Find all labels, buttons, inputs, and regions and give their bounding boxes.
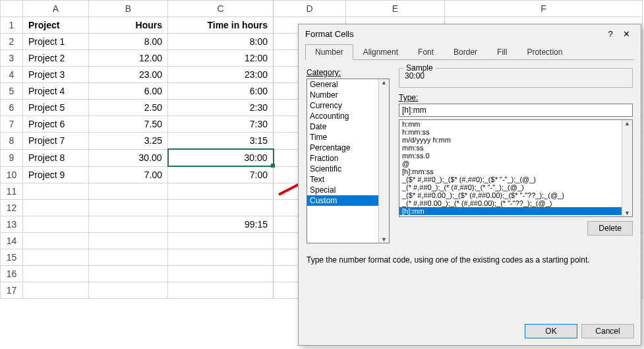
list-item[interactable]: [h]:mm:ss xyxy=(399,168,632,175)
cell[interactable]: 3.25 xyxy=(89,133,168,150)
cell[interactable]: 6.00 xyxy=(89,83,168,100)
col-header-B[interactable]: B xyxy=(89,1,168,17)
list-item[interactable]: _($* #,##0.00_);_($* (#,##0.00);_($* "-"… xyxy=(399,191,632,199)
cell[interactable]: Project 8 xyxy=(23,149,89,166)
row-header[interactable]: 17 xyxy=(1,282,23,299)
list-item[interactable]: Percentage xyxy=(307,143,389,153)
tab-alignment[interactable]: Alignment xyxy=(353,44,408,60)
list-item[interactable]: Currency xyxy=(307,100,389,111)
col-header-D[interactable]: D xyxy=(274,1,346,17)
row-header[interactable]: 6 xyxy=(1,100,23,116)
chevron-up-icon[interactable]: ▲ xyxy=(624,120,630,127)
cell[interactable]: 23.00 xyxy=(89,67,168,83)
cell[interactable]: Project 6 xyxy=(23,116,89,133)
list-item[interactable]: _(* #,##0.00_);_(* (#,##0.00);_(* "-"??_… xyxy=(399,199,632,207)
cell[interactable]: 30.00 xyxy=(89,149,168,166)
list-item[interactable]: Special xyxy=(307,185,389,195)
cell[interactable]: Project 4 xyxy=(23,83,89,100)
cell[interactable]: 8.00 xyxy=(89,34,168,50)
chevron-down-icon[interactable]: ▼ xyxy=(381,236,387,243)
cell-total[interactable]: 99:15 xyxy=(168,216,274,233)
tab-number[interactable]: Number xyxy=(305,44,353,60)
col-header-C[interactable]: C xyxy=(168,1,274,17)
row-header[interactable]: 1 xyxy=(1,17,23,34)
list-item[interactable]: @ xyxy=(399,160,632,168)
row-header[interactable]: 8 xyxy=(1,133,23,150)
tab-border[interactable]: Border xyxy=(444,44,487,60)
cell[interactable]: Hours xyxy=(89,17,168,34)
row-header[interactable]: 15 xyxy=(1,249,23,266)
cell[interactable]: 3:15 xyxy=(168,133,274,150)
row-header[interactable]: 7 xyxy=(1,116,23,133)
row-header[interactable]: 12 xyxy=(1,200,23,216)
delete-button[interactable]: Delete xyxy=(587,221,633,236)
row-header[interactable]: 5 xyxy=(1,83,23,100)
ok-button[interactable]: OK xyxy=(525,324,577,338)
cell[interactable]: 12.00 xyxy=(89,50,168,67)
close-icon[interactable]: ✕ xyxy=(618,29,634,39)
list-item[interactable]: [h]:mm xyxy=(399,207,632,215)
cancel-button[interactable]: Cancel xyxy=(581,324,634,338)
list-item[interactable]: Custom xyxy=(307,195,389,206)
row-header[interactable]: 4 xyxy=(1,67,23,83)
list-item[interactable]: mm:ss.0 xyxy=(399,152,632,160)
list-item[interactable]: General xyxy=(307,79,389,90)
chevron-up-icon[interactable]: ▲ xyxy=(381,79,387,86)
dialog-titlebar[interactable]: Format Cells ? ✕ xyxy=(299,24,641,43)
tab-fill[interactable]: Fill xyxy=(487,44,517,60)
col-header-E[interactable]: E xyxy=(346,1,445,17)
cell[interactable]: 2:30 xyxy=(168,100,274,116)
row-header[interactable]: 2 xyxy=(1,34,23,50)
cell[interactable]: Project 1 xyxy=(23,34,89,50)
row-header[interactable]: 10 xyxy=(1,166,23,183)
cell[interactable]: Project 3 xyxy=(23,67,89,83)
help-icon[interactable]: ? xyxy=(602,29,618,39)
row-header[interactable]: 16 xyxy=(1,266,23,282)
type-listbox[interactable]: h:mm h:mm:ss m/d/yyyy h:mm mm:ss mm:ss.0… xyxy=(399,119,633,217)
chevron-down-icon[interactable]: ▼ xyxy=(624,210,630,216)
cell[interactable]: Project 9 xyxy=(23,166,89,183)
type-input[interactable] xyxy=(399,104,633,117)
scrollbar[interactable]: ▲▼ xyxy=(622,120,632,216)
tab-protection[interactable]: Protection xyxy=(517,44,572,60)
list-item[interactable]: mm:ss xyxy=(399,144,632,152)
col-header-A[interactable]: A xyxy=(23,1,89,17)
cell[interactable]: Project 2 xyxy=(23,50,89,67)
list-item[interactable]: Accounting xyxy=(307,111,389,121)
cell[interactable]: 12:00 xyxy=(168,50,274,67)
list-item[interactable]: m/d/yyyy h:mm xyxy=(399,136,632,144)
cell[interactable]: 23:00 xyxy=(168,67,274,83)
list-item[interactable]: Number xyxy=(307,90,389,100)
row-header[interactable]: 11 xyxy=(1,183,23,200)
cell[interactable]: Project xyxy=(23,17,89,34)
row-header[interactable]: 9 xyxy=(1,149,23,166)
list-item[interactable]: h:mm:ss xyxy=(399,128,632,136)
selected-cell[interactable]: 30:00 xyxy=(168,149,274,166)
list-item[interactable]: Time xyxy=(307,132,389,143)
list-item[interactable]: h:mm xyxy=(399,120,632,128)
row-header[interactable]: 13 xyxy=(1,216,23,233)
list-item[interactable]: _(* #,##0_);_(* (#,##0);_(* "-"_);_(@_) xyxy=(399,183,632,191)
selectall-corner[interactable] xyxy=(1,1,23,17)
list-item[interactable]: Date xyxy=(307,121,389,132)
scrollbar[interactable]: ▲▼ xyxy=(378,79,389,243)
cell[interactable]: Project 7 xyxy=(23,133,89,150)
list-item[interactable]: Text xyxy=(307,174,389,185)
list-item[interactable]: Scientific xyxy=(307,164,389,174)
list-item[interactable]: _($* #,##0_);_($* (#,##0);_($* "-"_);_(@… xyxy=(399,175,632,183)
col-header-F[interactable]: F xyxy=(445,1,643,17)
cell[interactable]: 7:00 xyxy=(168,166,274,183)
category-listbox[interactable]: General Number Currency Accounting Date … xyxy=(307,79,390,243)
cell[interactable]: 2.50 xyxy=(89,100,168,116)
cell[interactable]: 7.50 xyxy=(89,116,168,133)
cell[interactable]: Project 5 xyxy=(23,100,89,116)
tab-font[interactable]: Font xyxy=(408,44,444,60)
row-header[interactable]: 14 xyxy=(1,233,23,249)
cell[interactable]: Time in hours xyxy=(168,17,274,34)
row-header[interactable]: 3 xyxy=(1,50,23,67)
list-item[interactable]: Fraction xyxy=(307,153,389,164)
cell[interactable]: 7:30 xyxy=(168,116,274,133)
cell[interactable]: 8:00 xyxy=(168,34,274,50)
cell[interactable]: 6:00 xyxy=(168,83,274,100)
cell[interactable]: 7.00 xyxy=(89,166,168,183)
